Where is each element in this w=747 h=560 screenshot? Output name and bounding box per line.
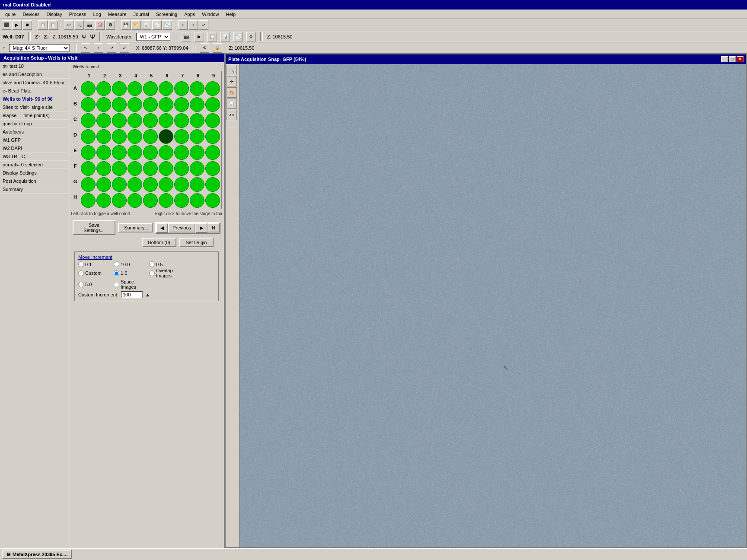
well-h2[interactable] [96, 193, 111, 208]
z2-btn[interactable]: Z↓ [44, 34, 49, 39]
spinner-up[interactable]: ▲ [145, 292, 150, 297]
save-settings-button[interactable]: Save Settings... [73, 220, 115, 235]
menu-log[interactable]: Log [89, 11, 104, 18]
histogram-tool-btn[interactable]: 📊 [227, 99, 237, 109]
radio-custom-input[interactable] [78, 270, 84, 276]
well-e5[interactable] [143, 145, 158, 160]
cam-btn-2[interactable]: ▶ [195, 32, 204, 41]
tb-btn-4[interactable]: 📋 [38, 20, 48, 30]
cam-btn-6[interactable]: ⚙ [246, 32, 256, 41]
well-h1[interactable] [81, 193, 96, 208]
setup-item-7[interactable]: quisition Loop [0, 120, 69, 128]
menu-devices[interactable]: Devices [19, 11, 43, 18]
radio-5.0-input[interactable] [78, 282, 84, 287]
well-h9[interactable] [205, 193, 220, 208]
menu-apps[interactable]: Apps [181, 11, 198, 18]
minimize-button[interactable]: _ [721, 56, 728, 62]
well-g9[interactable] [205, 177, 220, 192]
tb-btn-2[interactable]: ▶ [12, 20, 22, 30]
tb-btn-8[interactable]: 📷 [85, 20, 94, 30]
setup-item-8[interactable]: Autofocus [0, 128, 69, 136]
well-g2[interactable] [96, 177, 111, 192]
well-e4[interactable] [128, 145, 142, 160]
well-b9[interactable] [205, 97, 220, 112]
well-d2[interactable] [96, 129, 111, 144]
menu-screening[interactable]: Screening [153, 11, 181, 18]
well-d8[interactable] [190, 129, 204, 144]
tb-btn-15[interactable]: 📉 [163, 20, 172, 30]
well-e8[interactable] [190, 145, 204, 160]
well-g5[interactable] [143, 177, 158, 192]
well-c4[interactable] [128, 113, 142, 128]
obj-btn-2[interactable]: ↑ [94, 43, 103, 53]
well-a6[interactable] [159, 81, 173, 96]
well-f7[interactable] [174, 161, 189, 176]
tb-btn-9[interactable]: 🎯 [95, 20, 105, 30]
setup-item-13[interactable]: Display Settings [0, 169, 69, 177]
setup-item-10[interactable]: W2 DAPI [0, 144, 69, 153]
tb-btn-6[interactable]: ↩ [64, 20, 73, 30]
menu-measure[interactable]: Measure [105, 11, 130, 18]
setup-item-15[interactable]: Summary [0, 185, 69, 194]
well-h3[interactable] [112, 193, 127, 208]
setup-item-0[interactable]: nt- test 10 [0, 62, 69, 70]
well-e3[interactable] [112, 145, 127, 160]
well-d6-current[interactable] [159, 129, 173, 144]
well-e6[interactable] [159, 145, 173, 160]
prev-arrow-button[interactable]: ◀ [156, 223, 168, 233]
well-f6[interactable] [159, 161, 173, 176]
well-a1[interactable] [81, 81, 96, 96]
setup-item-6[interactable]: elapse- 1 time point(s) [0, 111, 69, 120]
well-g6[interactable] [159, 177, 173, 192]
well-a8[interactable] [190, 81, 204, 96]
menu-quire[interactable]: quire [2, 11, 19, 18]
measure-tool-btn[interactable]: A 8 [227, 110, 237, 120]
menu-help[interactable]: Help [222, 11, 239, 18]
well-f2[interactable] [96, 161, 111, 176]
obj-btn-3[interactable]: ↗ [107, 43, 116, 53]
z1-btn[interactable]: Z↑ [35, 34, 40, 39]
well-h4[interactable] [128, 193, 142, 208]
well-a7[interactable] [174, 81, 189, 96]
well-d4[interactable] [128, 129, 142, 144]
radio-0.5-input[interactable] [149, 261, 155, 267]
well-d9[interactable] [205, 129, 220, 144]
well-g4[interactable] [128, 177, 142, 192]
radio-0.1-input[interactable] [78, 261, 84, 267]
well-c6[interactable] [159, 113, 173, 128]
zoom-tool-btn[interactable]: 🔍 [227, 65, 237, 75]
well-c2[interactable] [96, 113, 111, 128]
obj-btn-1[interactable]: ↖ [81, 43, 90, 53]
well-f1[interactable] [81, 161, 96, 176]
menu-window[interactable]: Window [198, 11, 222, 18]
menu-display[interactable]: Display [43, 11, 66, 18]
obj-btn-4[interactable]: ↙ [120, 43, 129, 53]
well-d1[interactable] [81, 129, 96, 144]
cam-btn-3[interactable]: 📋 [208, 32, 217, 41]
setup-item-3[interactable]: e- Bead Plate [0, 87, 69, 95]
move-tool-btn[interactable]: ✛ [227, 76, 237, 86]
setup-item-5[interactable]: Sites to Visit- single site [0, 103, 69, 111]
mag-select[interactable]: Mag: 4X S Fluor [9, 44, 70, 52]
tb-btn-16[interactable]: ↕ [178, 20, 188, 30]
next-arrow-button[interactable]: ▶ [195, 223, 208, 233]
tb-btn-10[interactable]: ⚙ [105, 20, 115, 30]
set-origin-button[interactable]: Set Origin [179, 238, 214, 247]
well-b5[interactable] [143, 97, 158, 112]
color-tool-btn[interactable]: 🎨 [227, 87, 237, 98]
tb-btn-18[interactable]: ⤢ [199, 20, 208, 30]
setup-item-9[interactable]: W1 GFP [0, 136, 69, 144]
well-a5[interactable] [143, 81, 158, 96]
obj-btn-6[interactable]: 🔒 [213, 43, 222, 53]
setup-item-11[interactable]: W3 TRITC [0, 153, 69, 161]
well-c5[interactable] [143, 113, 158, 128]
cam-btn-1[interactable]: 📷 [182, 32, 191, 41]
tb-btn-17[interactable]: ↕ [188, 20, 198, 30]
obj-btn-5[interactable]: ⟲ [200, 43, 209, 53]
setup-item-14[interactable]: Post Acquisition [0, 177, 69, 185]
tb-btn-14[interactable]: 📈 [152, 20, 162, 30]
well-b1[interactable] [81, 97, 96, 112]
well-b4[interactable] [128, 97, 142, 112]
well-b6[interactable] [159, 97, 173, 112]
well-a4[interactable] [128, 81, 142, 96]
